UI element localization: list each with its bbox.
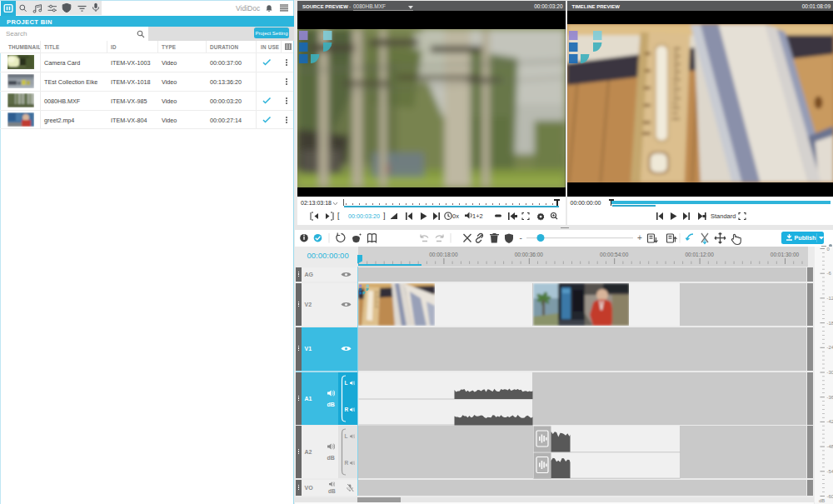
svg-text:0x: 0x	[452, 212, 459, 220]
svg-text:]: ]	[383, 212, 386, 220]
svg-text:-: -	[519, 233, 521, 242]
svg-text:1+2: 1+2	[472, 212, 483, 220]
svg-text:[: [	[337, 212, 340, 220]
svg-text:Standard: Standard	[711, 212, 736, 220]
svg-text:+: +	[637, 233, 642, 242]
svg-text:00:00:03:20: 00:00:03:20	[348, 212, 380, 220]
